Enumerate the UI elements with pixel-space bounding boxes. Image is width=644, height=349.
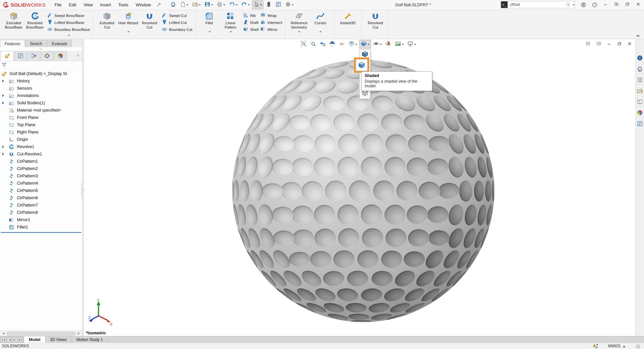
expander-icon[interactable]	[2, 94, 6, 97]
panel-splitter[interactable]	[0, 47, 82, 51]
save-button[interactable]	[203, 0, 214, 9]
display-style-button[interactable]	[359, 40, 371, 48]
tab-evaluate[interactable]: Evaluate	[47, 40, 72, 47]
shaded-option-highlighted[interactable]	[354, 57, 369, 73]
ribbon-button-boundary-cut[interactable]: Boundary Cut	[162, 26, 192, 33]
expander-icon[interactable]	[2, 153, 6, 155]
expander-icon[interactable]	[2, 145, 6, 148]
expander-icon[interactable]	[2, 80, 6, 82]
open-document-caret-icon[interactable]	[199, 4, 201, 7]
ribbon-button-lofted-cut[interactable]: Lofted Cut	[162, 19, 192, 26]
panel-tab-configuration-manager[interactable]	[27, 51, 40, 61]
view-orientation-caret-icon[interactable]	[355, 44, 357, 46]
taskpane-home-tab-button[interactable]	[636, 65, 644, 73]
flyout-caret-icon[interactable]	[68, 35, 70, 37]
restore-button[interactable]	[625, 2, 630, 7]
new-document-caret-icon[interactable]	[186, 4, 188, 7]
tree-item-cirpattern7[interactable]: CirPattern7	[0, 202, 82, 209]
hide-show-items-button[interactable]	[372, 40, 383, 48]
panel-horizontal-scrollbar[interactable]	[0, 330, 82, 336]
ribbon-button-revolved-boss-base[interactable]: Revolved Boss/Base	[24, 11, 45, 30]
previous-view-button[interactable]	[318, 40, 327, 48]
ribbon-button-hole-wizard[interactable]: Hole Wizard	[117, 11, 139, 34]
tree-item-fillet1[interactable]: Fillet1	[0, 223, 82, 231]
pane-left-icon[interactable]	[586, 41, 591, 47]
tree-item-material-not-specified-[interactable]: Material <not specified>	[0, 107, 82, 114]
ribbon-button-shell[interactable]: Shell	[243, 26, 259, 33]
view-settings-button[interactable]	[406, 40, 417, 48]
view-settings-caret-icon[interactable]	[414, 44, 416, 46]
tab-features[interactable]: Features	[0, 40, 25, 47]
ribbon-collapse-icon[interactable]	[636, 34, 640, 38]
ribbon-button-swept-boss-base[interactable]: Swept Boss/Base	[47, 12, 90, 19]
tree-item-cirpattern6[interactable]: CirPattern6	[0, 194, 82, 202]
scroll-left-icon[interactable]	[0, 332, 5, 335]
panel-tab-property-manager[interactable]	[14, 51, 27, 61]
new-document-button[interactable]	[179, 0, 190, 9]
tree-item-sensors[interactable]: Sensors	[0, 85, 82, 92]
minimize-button[interactable]	[603, 2, 608, 7]
search-icon[interactable]	[566, 2, 571, 7]
tree-item-cirpattern2[interactable]: CirPattern2	[0, 165, 82, 172]
tree-filter-row[interactable]	[0, 61, 82, 69]
edit-appearance-button[interactable]	[384, 40, 393, 48]
previous-tab-button[interactable]	[7, 337, 12, 342]
scrollbar-thumb[interactable]	[6, 332, 76, 335]
zoom-to-fit-button[interactable]	[299, 40, 308, 48]
doc-tab-motion-study-1[interactable]: Motion Study 1	[72, 336, 108, 343]
ribbon-button-extruded-cut[interactable]: Extruded Cut	[96, 11, 117, 30]
ribbon-button-draft[interactable]: Draft	[243, 19, 259, 26]
print-button[interactable]	[215, 0, 227, 9]
doc-restore-icon[interactable]	[617, 41, 622, 47]
redo-caret-icon[interactable]	[248, 4, 250, 7]
select-button[interactable]	[252, 0, 263, 9]
menu-tools[interactable]: Tools	[114, 1, 132, 9]
doc-tab-3d-views[interactable]: 3D Views	[45, 336, 72, 343]
tree-item-cirpattern5[interactable]: CirPattern5	[0, 187, 82, 194]
search-box[interactable]: >_ offset	[500, 1, 575, 8]
select-caret-icon[interactable]	[260, 4, 262, 7]
ribbon-button-curves[interactable]: Curves	[310, 11, 331, 34]
ribbon-button-fillet[interactable]: Fillet	[199, 11, 220, 34]
hide-show-items-caret-icon[interactable]	[380, 44, 382, 46]
taskpane-3dexperience-button[interactable]	[636, 54, 644, 62]
apply-scene-button[interactable]	[394, 40, 405, 48]
zoom-to-area-button[interactable]	[309, 40, 318, 48]
display-style-caret-icon[interactable]	[368, 44, 370, 46]
menu-file[interactable]: File	[51, 1, 65, 9]
panel-tab-dimxpert-manager[interactable]	[40, 51, 53, 61]
ribbon-button-revolved-cut[interactable]: Revolved Cut	[365, 11, 386, 30]
tree-item-right-plane[interactable]: Right Plane	[0, 129, 82, 136]
user-account-icon[interactable]	[581, 2, 586, 8]
flyout-caret-icon[interactable]	[127, 31, 129, 34]
unit-system-selector[interactable]: MMGS	[608, 344, 625, 348]
undo-caret-icon[interactable]	[236, 4, 238, 7]
ribbon-button-lofted-boss-base[interactable]: Lofted Boss/Base	[47, 19, 90, 26]
panel-tab-features-manager[interactable]	[1, 51, 14, 61]
menu-insert[interactable]: Insert	[97, 1, 115, 9]
tree-item-cirpattern8[interactable]: CirPattern8	[0, 209, 82, 216]
tree-item-history[interactable]: History	[0, 77, 82, 85]
tree-item-cirpattern3[interactable]: CirPattern3	[0, 172, 82, 180]
apply-scene-caret-icon[interactable]	[402, 44, 404, 46]
ribbon-button-boundary-boss-base[interactable]: Boundary Boss/Base	[47, 26, 90, 33]
next-tab-button[interactable]	[12, 337, 18, 342]
ribbon-button-rib[interactable]: Rib	[243, 12, 259, 19]
close-button[interactable]	[636, 2, 641, 7]
window-layout-button[interactable]	[614, 2, 619, 7]
first-tab-button[interactable]	[1, 337, 6, 342]
last-tab-button[interactable]	[18, 337, 23, 342]
flyout-caret-icon[interactable]	[298, 31, 300, 34]
taskpane-appearances-scenes-button[interactable]	[636, 109, 644, 117]
feature-tree-root[interactable]: Golf Ball (Default) <_Display St	[0, 70, 82, 77]
ribbon-button-reference-geometry[interactable]: Reference Geometry	[288, 11, 310, 34]
tree-item-front-plane[interactable]: Front Plane	[0, 114, 82, 121]
ribbon-button-swept-cut[interactable]: Swept Cut	[162, 12, 192, 19]
ribbon-button-extruded-boss-base[interactable]: Extruded Boss/Base	[3, 11, 24, 30]
file-properties-button[interactable]	[274, 0, 283, 9]
expander-icon[interactable]	[2, 102, 6, 104]
tree-item-cirpattern1[interactable]: CirPattern1	[0, 158, 82, 165]
tree-item-cirpattern4[interactable]: CirPattern4	[0, 180, 82, 187]
ribbon-button-linear-pattern[interactable]: Linear Pattern	[220, 11, 241, 34]
doc-minimize-icon[interactable]	[607, 41, 612, 47]
